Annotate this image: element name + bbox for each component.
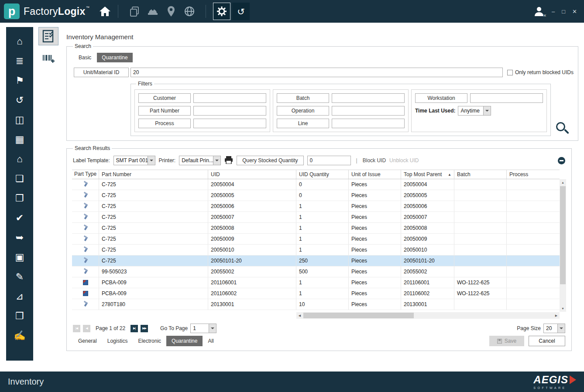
column-header-unit-of-issue[interactable]: Unit of Issue — [349, 170, 401, 179]
tab-basic[interactable]: Basic — [74, 53, 96, 62]
checkbox-box-icon[interactable] — [507, 70, 513, 75]
time-last-used-select[interactable]: Anytime — [458, 106, 491, 116]
maximize-button[interactable]: □ — [562, 9, 565, 14]
builder-hat-icon[interactable] — [144, 2, 162, 20]
print-icon[interactable] — [224, 156, 233, 165]
scroll-down-icon[interactable]: ▼ — [560, 305, 566, 312]
column-header-uid[interactable]: UID — [208, 170, 296, 179]
globe-icon[interactable] — [180, 2, 199, 20]
customer-filter-input[interactable] — [193, 93, 266, 103]
tab-all[interactable]: All — [203, 336, 219, 346]
table-row[interactable]: 2780T180 20130001 10 Pieces 20130001 — [72, 299, 560, 310]
history-restore-icon[interactable]: ↺ — [232, 3, 250, 20]
goto-page-select[interactable]: 1 — [190, 324, 216, 333]
page-size-select[interactable]: 20 — [543, 324, 565, 333]
chevron-down-icon[interactable] — [483, 106, 491, 115]
chevron-down-icon[interactable] — [213, 156, 220, 165]
process-filter-button[interactable]: Process — [138, 119, 191, 128]
documents-copy-icon[interactable] — [125, 2, 144, 20]
user-logout-icon[interactable]: ✕ — [533, 6, 545, 17]
table-row[interactable]: 99-505023 20055002 500 Pieces 20055002 — [72, 266, 560, 277]
tab-general[interactable]: General — [73, 336, 102, 346]
table-row[interactable]: C-725 20050009 1 Pieces 20050009 — [72, 234, 560, 245]
home-icon[interactable] — [99, 6, 111, 17]
printer-select[interactable]: Default Prin... — [179, 156, 221, 165]
tab-electronic[interactable]: Electronic — [133, 336, 166, 346]
sidebar-item-production[interactable]: ↺ — [6, 90, 33, 110]
inventory-list-icon[interactable] — [38, 27, 58, 45]
table-row[interactable]: C-725 20050005 0 Pieces 20050005 — [72, 190, 560, 201]
sidebar-item-materials[interactable]: ≣ — [6, 51, 33, 71]
search-button[interactable] — [556, 119, 572, 134]
operation-filter-button[interactable]: Operation — [277, 106, 329, 116]
batch-filter-button[interactable]: Batch — [277, 93, 329, 103]
part-number-filter-input[interactable] — [193, 106, 266, 116]
sidebar-item-transfer[interactable]: ➥ — [6, 228, 33, 247]
block-uid-button[interactable]: Block UID — [363, 157, 386, 164]
horizontal-scrollbar[interactable]: ◀ ▶ — [296, 312, 560, 319]
vertical-scrollbar[interactable]: ▲ ▼ — [560, 179, 566, 312]
table-row[interactable]: C-725 20050007 1 Pieces 20050007 — [72, 212, 560, 223]
table-row[interactable]: C-725 20050008 1 Pieces 20050008 — [72, 223, 560, 234]
unblock-uid-button[interactable]: Unblock UID — [389, 157, 419, 164]
previous-page-button[interactable]: ◀ — [83, 325, 90, 332]
stocked-quantity-input[interactable] — [307, 156, 351, 165]
sidebar-item-copy[interactable]: ❐ — [6, 188, 33, 208]
table-row[interactable]: PCBA-009 201106001 1 Pieces 201106001 WO… — [72, 277, 560, 288]
process-filter-input[interactable] — [193, 119, 266, 128]
column-header-part-number[interactable]: Part Number — [99, 170, 208, 179]
column-header-process[interactable]: Process — [507, 170, 560, 179]
column-header-part-type[interactable]: Part Type — [72, 170, 99, 179]
save-button[interactable]: Save — [489, 336, 524, 346]
sidebar-item-quality[interactable]: ✔ — [6, 208, 33, 228]
minus-circle-icon[interactable] — [558, 157, 565, 164]
sidebar-item-documents[interactable]: ❏ — [6, 169, 33, 188]
horizontal-scroll-thumb[interactable] — [303, 313, 414, 318]
batch-filter-input[interactable] — [332, 93, 405, 103]
column-header-uid-quantity[interactable]: UID Quantity — [296, 170, 349, 179]
sidebar-item-home[interactable]: ⌂ — [6, 31, 33, 51]
sidebar-item-design[interactable]: ⊿ — [6, 286, 33, 306]
minimize-button[interactable]: – — [552, 9, 555, 14]
unit-material-id-input[interactable] — [131, 68, 503, 77]
sidebar-item-files[interactable]: ❒ — [6, 306, 33, 326]
cancel-button[interactable]: Cancel — [529, 336, 565, 346]
sidebar-item-workstations[interactable]: ◫ — [6, 110, 33, 130]
operation-filter-input[interactable] — [332, 106, 405, 116]
scroll-right-icon[interactable]: ▶ — [553, 312, 560, 319]
column-header-top-most-parent[interactable]: Top Most Parent▲ — [401, 170, 454, 179]
sidebar-item-planning[interactable]: ⚑ — [6, 71, 33, 90]
location-pin-icon[interactable] — [162, 2, 180, 20]
scroll-up-icon[interactable]: ▲ — [560, 179, 566, 186]
last-page-button[interactable]: ▶▶ — [141, 325, 148, 332]
only-blocked-checkbox[interactable]: Only return blocked UIDs — [507, 69, 574, 75]
customer-filter-button[interactable]: Customer — [138, 93, 191, 103]
close-button[interactable]: ✕ — [572, 9, 577, 14]
sidebar-item-records[interactable]: ▣ — [6, 247, 33, 267]
table-row[interactable]: C-725 20050004 0 Pieces 20050004 — [72, 179, 560, 190]
chevron-down-icon[interactable] — [557, 324, 565, 333]
sidebar-item-user-tasks[interactable]: ✍ — [6, 326, 33, 345]
table-row[interactable]: PCBA-009 201106002 1 Pieces 201106002 WO… — [72, 288, 560, 299]
scroll-left-icon[interactable]: ◀ — [296, 312, 303, 319]
tab-logistics[interactable]: Logistics — [102, 336, 133, 346]
first-page-button[interactable]: |◀ — [73, 325, 80, 332]
chevron-down-icon[interactable] — [148, 156, 155, 165]
sidebar-item-data-query[interactable]: ▦ — [6, 130, 33, 149]
query-stocked-quantity-button[interactable]: Query Stocked Quantity — [237, 156, 303, 165]
tab-quarantine[interactable]: Quarantine — [97, 53, 132, 62]
workstation-filter-input[interactable] — [470, 93, 543, 103]
vertical-scroll-thumb[interactable] — [560, 186, 566, 284]
part-number-filter-button[interactable]: Part Number — [138, 106, 191, 116]
sidebar-item-edit-docs[interactable]: ✎ — [6, 267, 33, 286]
tab-quarantine-bottom[interactable]: Quarantine — [166, 336, 203, 346]
line-filter-input[interactable] — [332, 119, 405, 128]
next-page-button[interactable]: ▶| — [131, 325, 138, 332]
barcode-add-icon[interactable] — [38, 50, 58, 68]
table-row[interactable]: C-725 20050006 1 Pieces 20050006 — [72, 201, 560, 212]
line-filter-button[interactable]: Line — [277, 119, 329, 128]
label-template-select[interactable]: SMT Part 001 — [113, 156, 155, 165]
workstation-filter-button[interactable]: Workstation — [415, 93, 467, 103]
column-header-batch[interactable]: Batch — [454, 170, 507, 179]
unit-material-id-button[interactable]: Unit/Material ID — [74, 68, 129, 77]
